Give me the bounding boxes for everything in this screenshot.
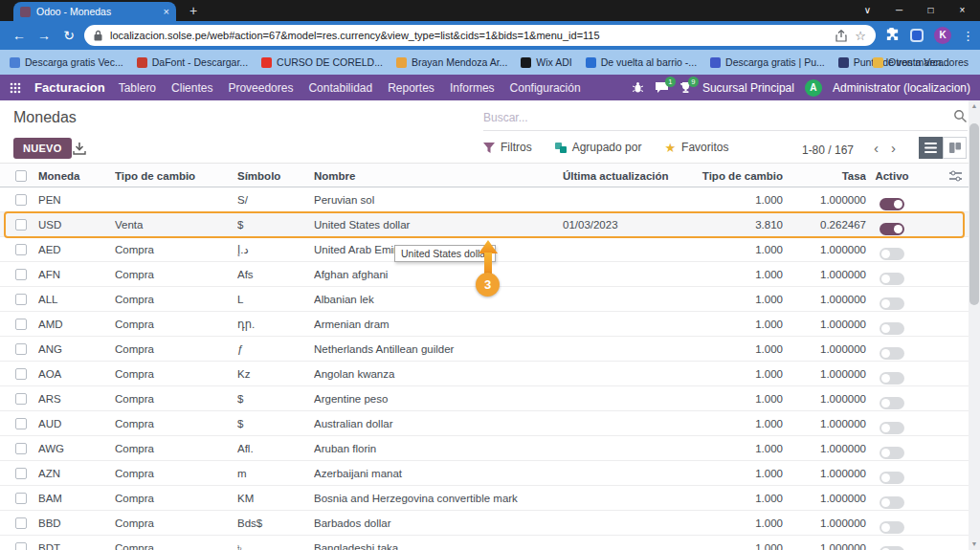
maximize-button[interactable]: □ [915, 0, 947, 21]
column-header-tipo-de-cambio-valor[interactable]: Tipo de cambio [673, 164, 783, 188]
bookmark-item[interactable]: Descarga gratis Vec... [10, 56, 123, 68]
active-toggle[interactable] [880, 472, 904, 484]
active-toggle[interactable] [880, 496, 904, 509]
active-toggle[interactable] [880, 322, 904, 335]
active-toggle[interactable] [880, 297, 904, 310]
company-switcher[interactable]: Sucursal Principal [702, 81, 794, 95]
bookmark-item[interactable]: De vuelta al barrio -... [586, 56, 697, 68]
favorites-button[interactable]: ★ Favoritos [664, 141, 728, 154]
table-row[interactable]: AOA Compra Kz Angolan kwanza 1.000 1.000… [0, 362, 969, 386]
active-toggle[interactable] [880, 521, 904, 534]
window-menu-button[interactable]: ∨ [852, 0, 883, 21]
kanban-view-button[interactable] [943, 137, 967, 159]
user-avatar[interactable]: A [805, 79, 822, 97]
table-row[interactable]: BAM Compra KM Bosnia and Herzegovina con… [0, 486, 969, 511]
bookmark-item[interactable]: Descarga gratis | Pu... [710, 56, 825, 68]
back-button[interactable]: ← [8, 21, 31, 50]
row-checkbox[interactable] [15, 393, 27, 405]
table-row[interactable]: AUD Compra $ Australian dollar 1.000 1.0… [0, 411, 969, 436]
column-header-activo[interactable]: Activo [875, 164, 909, 188]
column-header-moneda[interactable]: Moneda [38, 164, 113, 188]
table-row[interactable]: AMD Compra դր. Armenian dram 1.000 1.000… [0, 312, 969, 337]
filters-button[interactable]: Filtros [483, 141, 532, 154]
browser-menu-icon[interactable]: ⋮ [962, 29, 974, 43]
search-bar[interactable] [483, 105, 968, 131]
optional-columns-icon[interactable] [949, 170, 969, 184]
active-toggle[interactable] [880, 273, 904, 285]
bookmark-item[interactable]: DaFont - Descargar... [137, 56, 248, 68]
profile-avatar[interactable]: K [934, 27, 951, 44]
user-menu[interactable]: Administrator (localizacion) [833, 81, 970, 95]
navbar-menu-item[interactable]: Proveedores [228, 81, 293, 95]
lock-icon[interactable] [94, 30, 102, 41]
table-row[interactable]: AWG Compra Afl. Aruban florin 1.000 1.00… [0, 436, 969, 461]
scroll-up-icon[interactable]: ▲ [969, 100, 980, 112]
export-icon[interactable] [73, 142, 86, 159]
bookmark-star-icon[interactable]: ☆ [855, 29, 866, 43]
scroll-down-icon[interactable]: ▼ [969, 539, 980, 550]
navbar-menu-item[interactable]: Configuración [510, 81, 581, 95]
groupby-button[interactable]: Agrupado por [555, 141, 642, 154]
bookmark-item[interactable]: Brayan Mendoza Ar... [396, 56, 507, 68]
app-name[interactable]: Facturacion [34, 80, 105, 95]
row-checkbox[interactable] [15, 542, 27, 550]
navbar-menu-item[interactable]: Tablero [119, 81, 156, 95]
active-toggle[interactable] [880, 248, 904, 260]
new-tab-button[interactable]: + [189, 3, 197, 18]
column-header-tasa[interactable]: Tasa [787, 164, 866, 188]
row-checkbox[interactable] [15, 194, 27, 206]
table-row[interactable]: BDT Compra ৳ Bangladeshi taka 1.000 1.00… [0, 536, 969, 550]
activities-button[interactable]: 9 [679, 81, 692, 94]
active-toggle[interactable] [880, 422, 904, 434]
navbar-menu-item[interactable]: Clientes [171, 81, 212, 95]
active-toggle[interactable] [880, 198, 904, 210]
messages-button[interactable]: 1 [655, 81, 669, 94]
bookmark-item[interactable]: CURSO DE CORELD... [261, 56, 383, 68]
select-all-checkbox[interactable] [15, 170, 27, 182]
row-checkbox[interactable] [15, 517, 27, 529]
navbar-menu-item[interactable]: Contabilidad [308, 81, 372, 95]
row-checkbox[interactable] [15, 443, 27, 454]
row-checkbox[interactable] [15, 368, 27, 380]
table-row[interactable]: BBD Compra Bds$ Barbados dollar 1.000 1.… [0, 511, 969, 536]
active-toggle[interactable] [880, 347, 904, 360]
scrollbar-thumb[interactable] [969, 123, 979, 305]
active-toggle[interactable] [880, 546, 904, 550]
list-view-button[interactable] [919, 137, 943, 159]
table-row[interactable]: ANG Compra ƒ Netherlands Antillean guild… [0, 337, 969, 362]
column-header-ultima-actualizacion[interactable]: Última actualización [563, 164, 670, 188]
bookmark-item[interactable]: Wix ADI [521, 56, 571, 68]
pager-next-icon[interactable]: › [891, 140, 896, 156]
other-bookmarks-button[interactable]: Otros marcadores [873, 56, 969, 68]
navbar-menu-item[interactable]: Reportes [388, 81, 434, 95]
column-header-simbolo[interactable]: Símbolo [237, 164, 312, 188]
row-checkbox[interactable] [15, 468, 27, 479]
column-header-tipo-de-cambio[interactable]: Tipo de cambio [115, 164, 234, 188]
address-bar[interactable]: localizacion.solse.pe/web#action=67&mode… [84, 25, 876, 46]
row-checkbox[interactable] [15, 343, 27, 355]
row-checkbox[interactable] [15, 319, 27, 330]
row-checkbox[interactable] [15, 244, 27, 255]
active-toggle[interactable] [880, 447, 904, 459]
row-checkbox[interactable] [15, 269, 27, 280]
refresh-button[interactable]: ↻ [57, 21, 80, 50]
scrollbar[interactable]: ▲ ▼ [969, 100, 980, 550]
minimize-button[interactable]: ─ [883, 0, 915, 21]
column-header-nombre[interactable]: Nombre [314, 164, 559, 188]
forward-button[interactable]: → [33, 21, 56, 50]
extension-icon[interactable] [910, 29, 924, 42]
table-row[interactable]: AZN Compra m Azerbaijani manat 1.000 1.0… [0, 461, 969, 486]
apps-menu-icon[interactable] [10, 82, 21, 94]
search-input[interactable] [483, 111, 947, 124]
tab-close-icon[interactable]: × [164, 7, 169, 17]
share-icon[interactable] [835, 30, 847, 42]
row-checkbox[interactable] [15, 493, 27, 504]
active-toggle[interactable] [880, 397, 904, 409]
pager-previous-icon[interactable]: ‹ [874, 140, 879, 156]
table-row[interactable]: ARS Compra $ Argentine peso 1.000 1.0000… [0, 386, 969, 411]
row-checkbox[interactable] [15, 294, 27, 305]
active-toggle[interactable] [880, 372, 904, 385]
search-icon[interactable] [953, 109, 968, 127]
close-button[interactable]: × [947, 0, 978, 21]
table-row[interactable]: PEN S/ Peruvian sol 1.000 1.000000 [0, 187, 969, 212]
